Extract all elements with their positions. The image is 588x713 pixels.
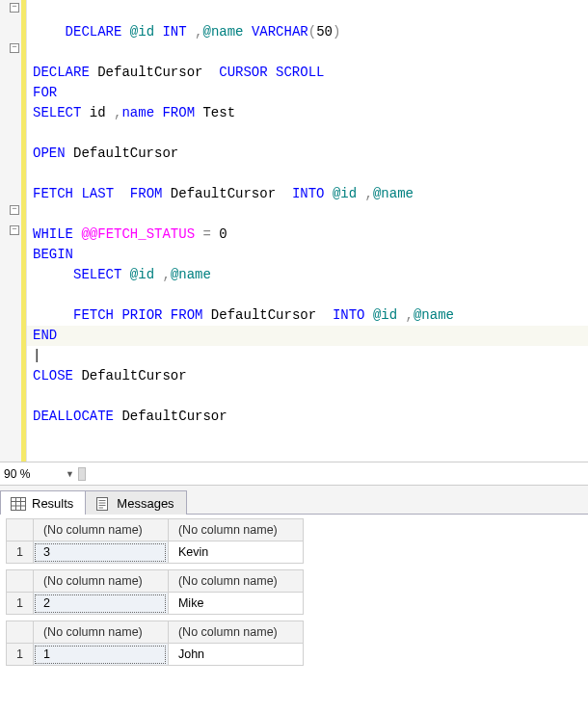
- cell[interactable]: Kevin: [168, 541, 303, 564]
- zoom-toolbar: ▼: [0, 462, 588, 486]
- result-grid: (No column name) (No column name) 1 2 Mi…: [6, 569, 304, 615]
- corner-cell[interactable]: [7, 519, 34, 541]
- svg-rect-5: [97, 497, 108, 510]
- chevron-down-icon[interactable]: ▼: [66, 469, 74, 479]
- tab-results[interactable]: Results: [0, 490, 86, 515]
- cell[interactable]: 2: [33, 593, 168, 615]
- column-header[interactable]: (No column name): [33, 570, 168, 593]
- tab-label: Messages: [117, 496, 174, 511]
- row-number[interactable]: 1: [7, 593, 34, 615]
- tab-label: Results: [32, 496, 73, 511]
- fold-toggle-icon[interactable]: −: [10, 225, 19, 235]
- row-number[interactable]: 1: [7, 644, 34, 666]
- fold-toggle-icon[interactable]: −: [10, 43, 19, 53]
- fold-toggle-icon[interactable]: −: [10, 205, 19, 215]
- row-number[interactable]: 1: [7, 541, 34, 564]
- zoom-input[interactable]: [4, 467, 62, 481]
- cell[interactable]: Mike: [168, 593, 303, 615]
- column-header[interactable]: (No column name): [33, 519, 168, 541]
- cell[interactable]: John: [168, 644, 303, 666]
- code-text[interactable]: DECLARE @id INT ,@name VARCHAR(50) DECLA…: [27, 0, 588, 462]
- svg-rect-0: [12, 497, 26, 510]
- change-marker: [21, 0, 26, 462]
- column-header[interactable]: (No column name): [168, 519, 303, 541]
- fold-toggle-icon[interactable]: −: [10, 3, 19, 13]
- header-row: (No column name) (No column name): [7, 621, 304, 644]
- table-row: 1 2 Mike: [7, 593, 304, 615]
- table-row: 1 1 John: [7, 644, 304, 666]
- header-row: (No column name) (No column name): [7, 570, 304, 593]
- column-header[interactable]: (No column name): [33, 621, 168, 644]
- sql-editor: − − − − DECLARE @id INT ,@name VARCHAR(5…: [0, 0, 588, 462]
- grid-icon: [11, 497, 26, 511]
- result-grid: (No column name) (No column name) 1 1 Jo…: [6, 621, 304, 666]
- result-grid: (No column name) (No column name) 1 3 Ke…: [6, 518, 304, 564]
- cell[interactable]: 3: [33, 541, 168, 564]
- corner-cell[interactable]: [7, 621, 34, 644]
- column-header[interactable]: (No column name): [168, 621, 303, 644]
- cell[interactable]: 1: [33, 644, 168, 666]
- header-row: (No column name) (No column name): [7, 519, 304, 541]
- table-row: 1 3 Kevin: [7, 541, 304, 564]
- column-header[interactable]: (No column name): [168, 570, 303, 593]
- results-panel: (No column name) (No column name) 1 3 Ke…: [0, 515, 588, 673]
- document-icon: [95, 497, 111, 511]
- tab-messages[interactable]: Messages: [85, 490, 186, 515]
- gutter: − − − −: [0, 0, 27, 462]
- current-line-highlight: [27, 326, 588, 346]
- corner-cell[interactable]: [7, 570, 34, 593]
- scroll-thumb[interactable]: [78, 467, 86, 481]
- result-tabs: Results Messages: [0, 486, 588, 515]
